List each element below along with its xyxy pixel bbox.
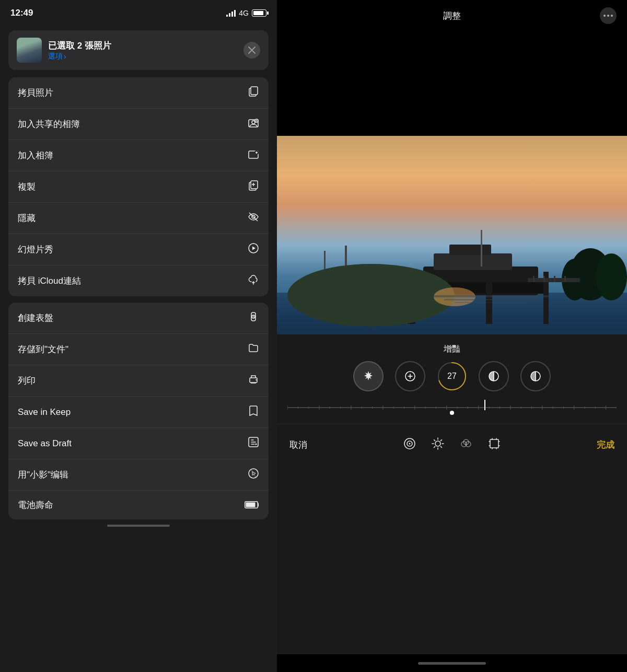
menu-item-print[interactable]: 列印	[8, 365, 269, 397]
circle-tool-icon[interactable]	[403, 437, 416, 454]
signal-icon	[226, 9, 236, 17]
magic-wand-icon	[362, 370, 375, 383]
adjustment-label: 增豔	[277, 334, 627, 361]
slider-line	[287, 407, 617, 408]
save-files-icon	[248, 342, 259, 356]
svg-rect-43	[444, 299, 538, 300]
svg-rect-44	[455, 302, 528, 303]
photo-main	[277, 136, 627, 334]
add-tool-button[interactable]	[395, 361, 425, 391]
sun-tool-icon[interactable]	[431, 437, 445, 454]
menu-item-xiaoying[interactable]: 用"小影"编辑	[8, 459, 269, 491]
close-button[interactable]	[243, 42, 260, 59]
svg-rect-26	[434, 253, 512, 270]
svg-rect-19	[246, 503, 256, 507]
contrast-button[interactable]	[520, 361, 551, 391]
slider-area[interactable]	[277, 396, 627, 424]
icloud-link-label: 拷貝 iCloud連結	[18, 275, 81, 287]
svg-rect-46	[533, 276, 535, 282]
share-options-button[interactable]: 選項 ›	[48, 52, 111, 61]
svg-rect-42	[434, 295, 549, 297]
duplicate-label: 複製	[18, 181, 36, 193]
value-ring-button[interactable]: 27	[437, 361, 467, 391]
menu-item-hide[interactable]: 隱藏	[8, 203, 269, 234]
share-title: 已選取 2 張照片	[48, 40, 111, 52]
shared-album-label: 加入共享的相簿	[18, 118, 80, 130]
icloud-link-icon	[248, 274, 259, 288]
menu-item-save-draft[interactable]: Save as Draft	[8, 428, 269, 459]
watch-face-icon	[248, 311, 259, 325]
hide-label: 隱藏	[18, 212, 36, 224]
slider-track[interactable]	[287, 400, 617, 415]
watch-face-label: 創建表盤	[18, 312, 53, 324]
menu-item-save-keep[interactable]: Save in Keep	[8, 397, 269, 428]
halftone-icon	[487, 370, 500, 383]
more-button[interactable]	[600, 7, 617, 24]
carrier-label: 4G	[239, 9, 249, 17]
home-indicator	[277, 654, 627, 672]
svg-point-22	[611, 15, 613, 17]
color-tool-icon[interactable]	[459, 437, 473, 454]
status-time: 12:49	[10, 8, 33, 18]
halftone-button[interactable]	[479, 361, 509, 391]
menu-item-duplicate[interactable]: 複製	[8, 171, 269, 203]
close-icon	[248, 47, 256, 54]
duplicate-icon	[248, 180, 259, 194]
home-bar	[418, 662, 486, 665]
svg-rect-49	[564, 276, 566, 282]
menu-item-watch-face[interactable]: 創建表盤	[8, 303, 269, 334]
slider-ticks	[287, 400, 617, 415]
svg-point-87	[450, 411, 454, 415]
svg-rect-30	[486, 280, 492, 324]
battery-label: 電池壽命	[18, 499, 53, 511]
photo-thumbnail	[17, 38, 42, 63]
boat-silhouette	[277, 219, 627, 334]
copy-photo-icon	[248, 86, 259, 100]
save-keep-icon	[248, 405, 259, 419]
save-draft-icon	[248, 436, 259, 450]
battery-menu-icon	[245, 499, 259, 511]
svg-line-97	[434, 439, 435, 441]
svg-point-16	[256, 444, 257, 445]
copy-photo-label: 拷貝照片	[18, 87, 53, 99]
svg-rect-27	[449, 245, 491, 255]
status-icons: 4G	[226, 9, 266, 17]
status-bar: 12:49 4G	[0, 0, 277, 26]
svg-point-91	[409, 443, 411, 444]
contrast-icon	[529, 370, 542, 383]
add-album-label: 加入相簿	[18, 149, 53, 161]
left-panel: 12:49 4G 已選取 2 張照片 選項 ›	[0, 0, 277, 672]
more-icon	[603, 15, 613, 17]
save-files-label: 存儲到"文件"	[18, 343, 68, 355]
battery-icon	[252, 9, 266, 17]
adjustment-tools: 27	[277, 361, 627, 396]
magic-wand-button[interactable]	[353, 361, 384, 391]
menu-item-add-album[interactable]: 加入相簿	[8, 140, 269, 171]
svg-point-92	[435, 441, 440, 446]
xiaoying-icon	[248, 468, 259, 482]
menu-item-shared-album[interactable]: 加入共享的相簿	[8, 109, 269, 140]
svg-rect-1	[251, 87, 258, 95]
shared-album-icon	[248, 117, 259, 131]
crop-tool-icon[interactable]	[487, 437, 501, 454]
menu-item-slideshow[interactable]: 幻燈片秀	[8, 234, 269, 265]
svg-line-99	[440, 439, 442, 441]
svg-point-38	[596, 253, 627, 300]
svg-rect-28	[481, 230, 482, 267]
save-keep-label: Save in Keep	[18, 407, 71, 418]
svg-rect-48	[554, 276, 555, 282]
print-label: 列印	[18, 375, 36, 387]
svg-line-100	[434, 446, 435, 447]
hide-icon	[248, 211, 259, 225]
menu-item-battery[interactable]: 電池壽命	[8, 491, 269, 519]
svg-point-20	[603, 15, 606, 17]
bottom-toolbar: 取消	[277, 424, 627, 466]
tool-icons	[403, 437, 501, 454]
edit-topbar: 調整	[277, 0, 627, 31]
done-button[interactable]: 完成	[597, 439, 614, 451]
menu-item-save-files[interactable]: 存儲到"文件"	[8, 334, 269, 365]
menu-item-icloud-link[interactable]: 拷貝 iCloud連結	[8, 265, 269, 296]
print-icon	[248, 374, 259, 388]
cancel-button[interactable]: 取消	[289, 439, 307, 451]
menu-item-copy-photo[interactable]: 拷貝照片	[8, 77, 269, 109]
